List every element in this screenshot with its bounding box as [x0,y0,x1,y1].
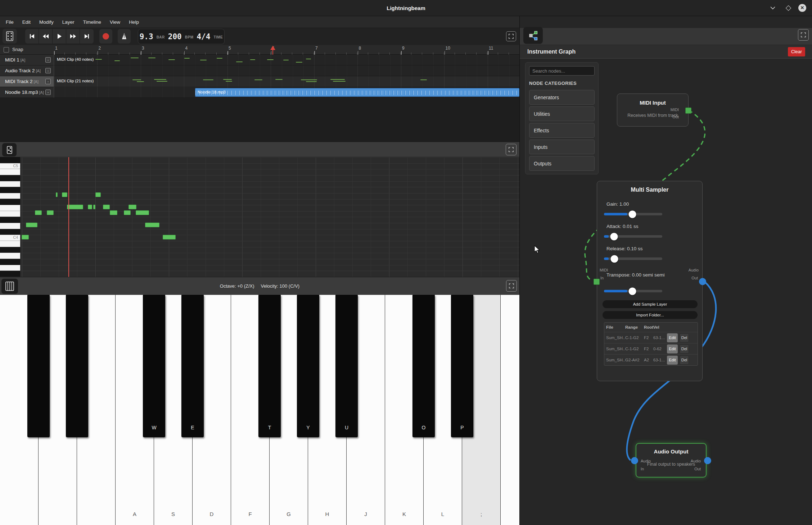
timeline-fullscreen-button[interactable] [506,31,516,41]
category-button[interactable]: Inputs [529,140,595,154]
menu-item[interactable]: Timeline [79,16,106,28]
clip[interactable]: MIDI Clip (40 notes) [55,56,316,64]
midi-note[interactable] [88,205,92,209]
track-lanes[interactable]: MIDI Clip (40 notes) MIDI Clip (21 notes… [54,55,519,98]
slider-thumb[interactable] [610,233,618,240]
timeline-playhead-handle[interactable] [270,46,275,50]
black-key[interactable]: P [451,295,473,437]
midi-input-node[interactable]: MIDI Input Receives MIDI from track MIDI… [617,93,689,127]
midi-note[interactable] [22,235,29,239]
piano-roll-grid[interactable] [20,157,519,277]
midi-note[interactable] [62,192,67,197]
edit-button[interactable]: Edit [667,344,678,353]
midi-out-port[interactable] [685,108,691,114]
midi-note[interactable] [163,235,176,239]
piano-roll-key[interactable] [0,205,20,211]
delete-button[interactable]: Del [680,356,689,365]
track-minus-button[interactable]: - [45,57,51,63]
clip[interactable]: Noodle 18.mp3 [195,88,519,97]
midi-note[interactable] [67,205,83,209]
multi-sampler-node[interactable]: Multi Sampler Gain: 1.00 Attack: 0.01 ss [597,181,703,381]
midi-note[interactable] [47,210,54,215]
category-button[interactable]: Outputs [529,156,595,171]
piano-roll-popout-button[interactable] [2,143,17,156]
add-sample-layer-button[interactable]: Add Sample Layer [603,300,698,308]
piano-roll-key[interactable] [0,229,20,235]
skip-to-end-button[interactable] [80,29,94,44]
transpose-slider[interactable] [604,290,662,292]
midi-note[interactable] [124,210,131,215]
piano-roll-key[interactable] [0,187,20,193]
audio-out-port[interactable] [699,278,706,285]
search-input[interactable] [529,66,595,76]
delete-button[interactable]: Del [680,333,689,342]
black-key[interactable]: U [335,295,358,437]
black-key[interactable]: W [143,295,165,437]
piano-roll-key[interactable] [0,157,20,163]
piano-roll-key[interactable] [0,223,20,229]
track-row[interactable]: Noodle 18.mp3 [A] - [0,87,54,98]
keyboard-fullscreen-button[interactable] [506,280,517,292]
midi-note[interactable] [95,192,101,197]
piano-roll-fullscreen-button[interactable] [506,144,516,155]
midi-in-port[interactable] [594,279,600,285]
piano-roll-key[interactable] [0,175,20,181]
skip-to-start-button[interactable] [25,29,39,44]
black-key[interactable]: E [181,295,204,437]
audio-out-port[interactable] [704,457,711,464]
track-minus-button[interactable]: - [45,79,51,84]
black-key[interactable] [66,295,88,437]
midi-note[interactable] [35,210,42,215]
midi-note[interactable] [136,210,149,215]
midi-note[interactable] [93,205,95,209]
piano-roll-key[interactable] [0,265,20,271]
menu-item[interactable]: File [1,16,18,28]
black-key[interactable] [27,295,50,437]
midi-note[interactable] [26,223,37,227]
menu-item[interactable]: Layer [58,16,79,28]
slider[interactable] [604,213,662,215]
close-button[interactable]: ✕ [798,3,807,13]
graph-fullscreen-button[interactable] [798,29,809,41]
midi-note[interactable] [56,192,58,197]
piano-roll-key[interactable] [0,271,20,277]
menu-item[interactable]: Edit [18,16,35,28]
piano-roll-key[interactable] [0,181,20,187]
track-minus-button[interactable]: - [45,90,51,95]
midi-note[interactable] [103,205,110,209]
category-button[interactable]: Utilities [529,106,595,121]
slider[interactable] [604,235,662,238]
piano-roll-key[interactable] [0,241,20,247]
piano-roll-key[interactable] [0,217,20,223]
audio-in-port[interactable] [631,457,638,464]
white-key[interactable] [501,295,519,525]
piano-roll-key[interactable]: C4 [0,235,20,241]
clip[interactable]: MIDI Clip (21 notes) [55,77,427,86]
menu-item[interactable]: Help [125,16,143,28]
midi-note[interactable] [110,210,117,215]
import-folder-button[interactable]: Import Folder... [603,311,698,319]
slider[interactable] [604,257,662,260]
edit-button[interactable]: Edit [667,333,678,342]
keyboard-popout-button[interactable] [1,279,18,294]
fast-forward-button[interactable] [66,29,80,44]
minimize-button[interactable] [768,3,777,13]
slider-thumb[interactable] [611,255,618,262]
track-row[interactable]: MIDI 1 [A] - [0,55,54,65]
piano-roll-key[interactable] [0,169,20,175]
piano-roll-key[interactable] [0,211,20,217]
black-key[interactable]: T [258,295,281,437]
play-button[interactable] [53,29,66,44]
midi-note[interactable] [145,223,159,227]
piano-roll-key[interactable]: C5 [0,163,20,169]
black-key[interactable]: O [412,295,435,437]
snap-checkbox[interactable] [4,47,9,52]
edit-button[interactable]: Edit [667,356,678,365]
film-strip-button[interactable] [3,29,17,44]
graph-view-button[interactable] [523,27,543,44]
maximize-button[interactable] [784,3,793,13]
slider-thumb[interactable] [629,210,636,218]
slider-thumb[interactable] [629,287,636,295]
piano-roll-key[interactable] [0,247,20,253]
piano-roll-key[interactable] [0,253,20,259]
